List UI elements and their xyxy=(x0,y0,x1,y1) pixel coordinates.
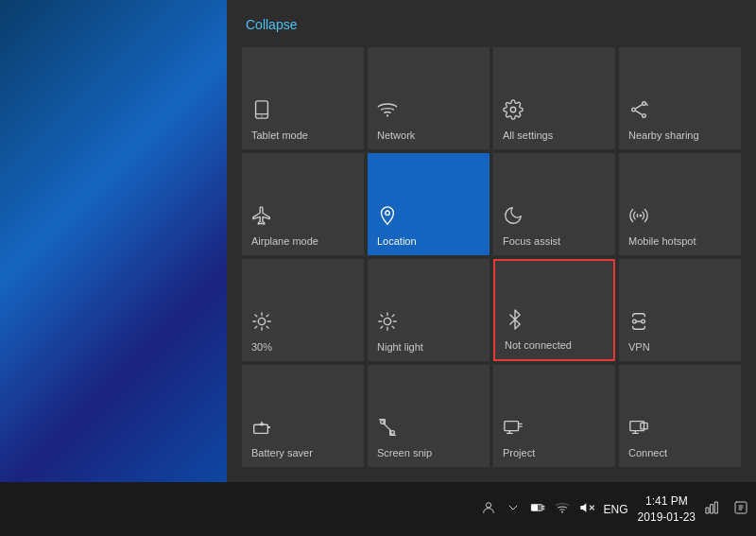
tile-vpn-label: VPN xyxy=(628,341,650,354)
tile-battery-saver[interactable]: Battery saver xyxy=(242,365,364,467)
taskbar-person-icon[interactable] xyxy=(481,500,496,518)
svg-point-7 xyxy=(643,113,646,117)
svg-point-3 xyxy=(387,114,388,116)
svg-line-27 xyxy=(381,326,383,328)
vpn-icon xyxy=(628,311,649,336)
tile-night-light-label: Night light xyxy=(377,341,423,354)
tile-bluetooth[interactable]: Not connected xyxy=(493,259,615,361)
battery-saver-icon xyxy=(251,417,272,441)
svg-point-48 xyxy=(486,503,490,508)
action-center-panel: Collapse Tablet mode Network All setting… xyxy=(227,0,756,482)
tile-nearby-sharing-label: Nearby sharing xyxy=(628,130,699,142)
svg-line-15 xyxy=(266,326,268,328)
svg-marker-54 xyxy=(580,503,586,511)
tile-nearby-sharing[interactable]: Nearby sharing xyxy=(619,47,741,149)
svg-rect-34 xyxy=(254,424,268,433)
brightness-icon xyxy=(251,311,272,336)
tile-project-label: Project xyxy=(503,447,535,459)
taskbar-clock[interactable]: 1:41 PM 2019-01-23 xyxy=(638,493,696,526)
taskbar-chevron-icon[interactable] xyxy=(506,500,521,518)
tile-focus-assist-label: Focus assist xyxy=(503,235,560,248)
taskbar-wifi-icon[interactable] xyxy=(555,500,570,518)
svg-line-9 xyxy=(636,105,642,109)
svg-point-10 xyxy=(639,214,642,216)
svg-point-5 xyxy=(643,102,646,106)
taskbar-date-display: 2019-01-23 xyxy=(638,510,696,526)
svg-rect-39 xyxy=(505,421,519,430)
tile-network-label: Network xyxy=(377,130,415,142)
tile-airplane-mode-label: Airplane mode xyxy=(251,235,318,248)
svg-point-6 xyxy=(632,108,636,112)
tile-all-settings-label: All settings xyxy=(503,130,553,142)
tile-vpn[interactable]: VPN xyxy=(619,259,741,361)
tile-mobile-hotspot[interactable]: Mobile hotspot xyxy=(619,153,741,255)
tile-screen-snip[interactable]: Screen snip xyxy=(368,365,490,467)
desktop-background xyxy=(0,0,227,482)
taskbar-battery-icon[interactable] xyxy=(530,500,545,518)
airplane-icon xyxy=(251,205,272,230)
snip-icon xyxy=(377,417,398,441)
taskbar-analytics-icon[interactable] xyxy=(705,500,720,518)
tile-location[interactable]: Location xyxy=(368,153,490,255)
taskbar-system-tray: ENG 1:41 PM 2019-01-23 xyxy=(481,493,748,526)
taskbar: ENG 1:41 PM 2019-01-23 xyxy=(0,482,756,536)
tile-tablet-mode[interactable]: Tablet mode xyxy=(242,47,364,149)
svg-point-11 xyxy=(258,318,265,324)
svg-rect-57 xyxy=(706,508,709,513)
svg-point-2 xyxy=(261,115,262,116)
svg-point-20 xyxy=(384,318,390,324)
collapse-button[interactable]: Collapse xyxy=(227,0,316,43)
moon-icon xyxy=(503,205,524,230)
svg-point-4 xyxy=(510,107,516,112)
svg-line-23 xyxy=(381,315,383,317)
tile-airplane-mode[interactable]: Airplane mode xyxy=(242,153,364,255)
tile-connect[interactable]: Connect xyxy=(619,365,741,467)
network-icon xyxy=(377,99,398,124)
nearby-sharing-icon xyxy=(628,99,649,124)
svg-rect-58 xyxy=(711,505,713,513)
svg-line-28 xyxy=(392,315,394,317)
svg-line-24 xyxy=(392,326,394,328)
tile-brightness[interactable]: 30% xyxy=(242,259,364,361)
taskbar-volume-icon[interactable] xyxy=(579,500,594,518)
svg-line-18 xyxy=(255,326,257,328)
tile-mobile-hotspot-label: Mobile hotspot xyxy=(628,235,696,248)
taskbar-language[interactable]: ENG xyxy=(604,503,628,516)
quick-action-tiles: Tablet mode Network All settings Nearby … xyxy=(227,43,756,482)
night-light-icon xyxy=(377,311,398,336)
settings-icon xyxy=(503,99,524,124)
svg-point-53 xyxy=(561,511,563,513)
tablet-icon xyxy=(251,99,272,124)
tile-network[interactable]: Network xyxy=(368,47,490,149)
taskbar-action-center-button[interactable] xyxy=(733,500,748,519)
tile-connect-label: Connect xyxy=(628,447,667,459)
tile-project[interactable]: Project xyxy=(493,365,615,467)
tile-battery-saver-label: Battery saver xyxy=(251,447,313,459)
tile-focus-assist[interactable]: Focus assist xyxy=(493,153,615,255)
svg-rect-50 xyxy=(531,505,538,511)
connect-icon xyxy=(628,417,649,441)
tile-bluetooth-label: Not connected xyxy=(505,339,572,352)
tile-brightness-label: 30% xyxy=(251,341,272,354)
svg-line-19 xyxy=(266,315,268,317)
svg-rect-59 xyxy=(715,502,718,513)
svg-line-14 xyxy=(255,315,257,317)
tile-screen-snip-label: Screen snip xyxy=(377,447,432,459)
taskbar-time-display: 1:41 PM xyxy=(638,493,696,510)
tile-night-light[interactable]: Night light xyxy=(368,259,490,361)
tile-tablet-mode-label: Tablet mode xyxy=(251,130,308,142)
project-icon xyxy=(503,417,524,441)
svg-line-8 xyxy=(636,111,642,114)
hotspot-icon xyxy=(628,205,649,230)
tile-location-label: Location xyxy=(377,235,417,248)
tile-all-settings[interactable]: All settings xyxy=(493,47,615,149)
bluetooth-icon xyxy=(505,309,525,334)
location-icon xyxy=(377,205,398,230)
